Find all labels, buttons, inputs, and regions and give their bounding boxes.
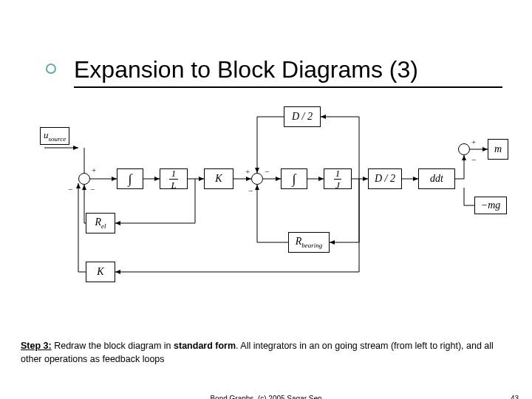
sum-junction-2 xyxy=(251,173,263,185)
sum-junction-3 xyxy=(458,143,470,155)
step-caption: Step 3: Redraw the block diagram in stan… xyxy=(21,340,511,366)
footer-page: 43 xyxy=(511,395,519,399)
slide-bullet-icon xyxy=(46,64,56,74)
block-integrator-1: ∫ xyxy=(117,168,143,189)
block-m: m xyxy=(488,139,508,160)
block-Rel: Rel xyxy=(86,213,115,233)
block-Dhalf-forward: D / 2 xyxy=(368,168,402,189)
block-Rbearing: Rbearing xyxy=(288,232,330,253)
sign-s2-bl: − xyxy=(248,186,253,195)
sign-s1-bl: − xyxy=(68,185,72,194)
block-diagram: usource + − − + − − + − ∫ 1L K ∫ 1J D / … xyxy=(21,95,511,331)
sign-s2-top: + xyxy=(245,167,250,176)
caption-lead: Step 3: xyxy=(21,341,52,351)
block-neg-mg: −mg xyxy=(474,197,507,214)
block-invJ: 1J xyxy=(324,168,352,189)
sign-s1-br: − xyxy=(90,185,95,194)
title-rule xyxy=(74,86,502,88)
caption-bold: standard form xyxy=(174,341,236,351)
sum-junction-1 xyxy=(78,173,90,185)
block-K-forward: K xyxy=(204,168,233,189)
title-area: Expansion to Block Diagrams (3) xyxy=(74,56,502,88)
block-integrator-2: ∫ xyxy=(281,168,307,189)
source-label: usource xyxy=(40,127,69,145)
caption-body-a: Redraw the block diagram in xyxy=(52,341,174,351)
source-sub: source xyxy=(49,135,66,143)
sign-sm-top: + xyxy=(471,137,476,146)
block-K-feedback: K xyxy=(86,262,115,282)
block-invL: 1L xyxy=(160,168,188,189)
block-ddt: ddt xyxy=(418,168,455,189)
sign-s1-top: + xyxy=(92,166,96,174)
sign-sm-bot: − xyxy=(471,155,476,164)
footer-credit: Bond Graphs, (c) 2005 Sagar Sen xyxy=(210,395,321,399)
slide-title: Expansion to Block Diagrams (3) xyxy=(74,56,502,83)
sign-s2-right: − xyxy=(265,167,269,176)
block-Dhalf-top: D / 2 xyxy=(284,106,321,127)
